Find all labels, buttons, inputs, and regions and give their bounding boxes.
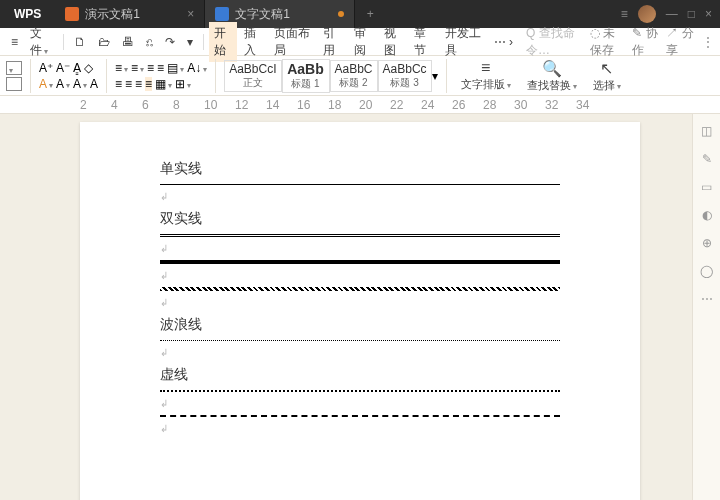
tab-layout[interactable]: 页面布局	[269, 22, 316, 62]
line-dashed	[160, 415, 560, 417]
ruler-tick: 34	[576, 98, 589, 112]
indent-inc-button[interactable]: ≡	[157, 61, 164, 75]
close-icon[interactable]: ×	[187, 7, 194, 21]
separator	[30, 59, 31, 93]
tab-review[interactable]: 审阅	[349, 22, 377, 62]
overflow-icon[interactable]: ⋮	[702, 35, 714, 49]
find-replace-button[interactable]: 🔍查找替换	[521, 59, 583, 93]
tab-sections[interactable]: 章节	[409, 22, 437, 62]
align-right-button[interactable]: ≡	[135, 77, 142, 91]
highlight-button[interactable]: A	[56, 77, 70, 91]
bullets-button[interactable]: ≡	[115, 61, 128, 75]
line-hatched	[160, 287, 560, 291]
text-layout-button[interactable]: ≡文字排版	[455, 59, 517, 92]
ruler-tick: 14	[266, 98, 279, 112]
ruler-tick: 26	[452, 98, 465, 112]
text-effect-button[interactable]: A	[73, 77, 87, 91]
new-icon[interactable]: 🗋	[69, 32, 91, 52]
redo-icon[interactable]: ↷	[160, 32, 180, 52]
numbering-button[interactable]: ≡	[131, 61, 144, 75]
sidebar-circle-icon[interactable]: ◯	[700, 264, 713, 278]
open-icon[interactable]: 🗁	[93, 32, 115, 52]
tab-references[interactable]: 引用	[318, 22, 346, 62]
clipboard-group	[6, 61, 22, 91]
shading-button[interactable]: ▦	[155, 77, 172, 91]
cloud-status[interactable]: ◌ 未保存	[590, 25, 625, 59]
avatar[interactable]	[638, 5, 656, 23]
change-case-button[interactable]: A͇	[73, 61, 81, 75]
file-menu[interactable]: 文件	[25, 22, 58, 62]
sidebar-theme-icon[interactable]: ◐	[702, 208, 712, 222]
style-h2[interactable]: AaBbC标题 2	[330, 60, 378, 92]
para-mark: ↲	[160, 297, 560, 308]
print-icon[interactable]: 🖶	[117, 32, 139, 52]
minimize-button[interactable]: —	[666, 7, 678, 21]
line-spacing-button[interactable]: ▤	[167, 61, 184, 75]
line-dotted	[160, 390, 560, 392]
menubar: ≡ 文件 🗋 🗁 🖶 ⎌ ↷ ▾ 开始 插入 页面布局 引用 审阅 视图 章节 …	[0, 28, 720, 56]
separator	[63, 34, 64, 50]
hamburger-icon[interactable]: ≡	[6, 32, 23, 52]
ruler-tick: 12	[235, 98, 248, 112]
shrink-font-button[interactable]: A⁻	[56, 61, 70, 75]
style-normal[interactable]: AaBbCcI正文	[224, 60, 281, 92]
ruler[interactable]: 246810121416182022242628303234	[0, 96, 720, 114]
sidebar-edit-icon[interactable]: ✎	[702, 152, 712, 166]
tab-view[interactable]: 视图	[379, 22, 407, 62]
font-dialog-button[interactable]: A	[90, 77, 98, 91]
menu-icon[interactable]: ≡	[621, 7, 628, 21]
document-canvas[interactable]: 单实线 ↲ 双实线 ↲ ↲ ↲ 波浪线 ↲ 虚线 ↲ ↲	[0, 114, 720, 500]
line-thick-double	[160, 260, 560, 264]
sidebar-pane-icon[interactable]: ◫	[701, 124, 712, 138]
font-color-button[interactable]: A	[39, 77, 53, 91]
indent-dec-button[interactable]: ≡	[147, 61, 154, 75]
heading-wave: 波浪线	[160, 316, 560, 334]
sort-button[interactable]: A↓	[187, 61, 207, 75]
tab-presentation[interactable]: 演示文稿1 ×	[55, 0, 205, 28]
sidebar-shape-icon[interactable]: ▭	[701, 180, 712, 194]
grow-font-button[interactable]: A⁺	[39, 61, 53, 75]
tab-insert[interactable]: 插入	[239, 22, 267, 62]
clear-format-button[interactable]: ◇	[84, 61, 93, 75]
tab-label: 演示文稿1	[85, 6, 140, 23]
styles-gallery[interactable]: AaBbCcI正文 AaBb标题 1 AaBbC标题 2 AaBbCc标题 3 …	[224, 59, 437, 93]
sidebar-add-icon[interactable]: ⊕	[702, 236, 712, 250]
collab-button[interactable]: ✎ 协作	[632, 25, 658, 59]
doc-icon	[215, 7, 229, 21]
paste-button[interactable]	[6, 61, 22, 75]
sidebar: ◫ ✎ ▭ ◐ ⊕ ◯ ⋯	[692, 114, 720, 500]
sidebar-more-icon[interactable]: ⋯	[701, 292, 713, 306]
close-button[interactable]: ×	[705, 7, 712, 21]
heading-double: 双实线	[160, 210, 560, 228]
style-h3[interactable]: AaBbCc标题 3	[378, 60, 432, 92]
more-qat-icon[interactable]: ▾	[182, 32, 198, 52]
search-input[interactable]: Q 查找命令…	[520, 23, 588, 61]
tab-developer[interactable]: 开发工具	[440, 22, 487, 62]
align-center-button[interactable]: ≡	[125, 77, 132, 91]
tab-home[interactable]: 开始	[209, 22, 237, 62]
ruler-tick: 28	[483, 98, 496, 112]
cut-button[interactable]	[6, 77, 22, 91]
line-double	[160, 234, 560, 237]
style-h1[interactable]: AaBb标题 1	[282, 59, 330, 93]
ruler-tick: 18	[328, 98, 341, 112]
paragraph-group: ≡ ≡ ≡ ≡ ▤ A↓ ≡ ≡ ≡ ≡ ▦ ⊞	[115, 61, 207, 91]
ruler-tick: 10	[204, 98, 217, 112]
undo-icon[interactable]: ⎌	[141, 32, 158, 52]
borders-button[interactable]: ⊞	[175, 77, 191, 91]
page[interactable]: 单实线 ↲ 双实线 ↲ ↲ ↲ 波浪线 ↲ 虚线 ↲ ↲	[80, 122, 640, 500]
tab-more[interactable]: ⋯ ›	[489, 32, 518, 52]
styles-more-button[interactable]: ▾	[432, 69, 438, 83]
align-justify-button[interactable]: ≡	[145, 77, 152, 91]
ruler-tick: 32	[545, 98, 558, 112]
line-single	[160, 184, 560, 185]
para-mark: ↲	[160, 270, 560, 281]
select-button[interactable]: ↖选择	[587, 59, 627, 93]
maximize-button[interactable]: □	[688, 7, 695, 21]
dirty-indicator	[338, 11, 344, 17]
para-mark: ↲	[160, 398, 560, 409]
ruler-tick: 20	[359, 98, 372, 112]
share-button[interactable]: ↗ 分享	[666, 25, 694, 59]
align-left-button[interactable]: ≡	[115, 77, 122, 91]
separator	[106, 59, 107, 93]
